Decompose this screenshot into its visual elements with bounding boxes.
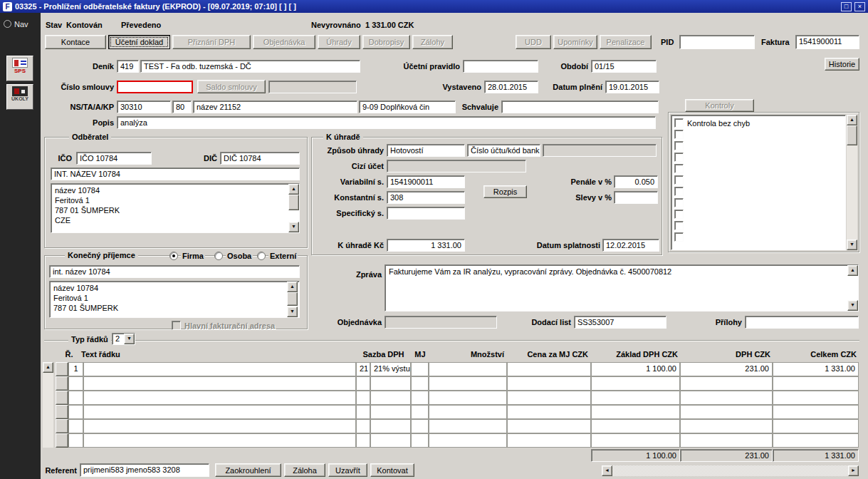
firma-radio[interactable] [169,252,178,260]
scroll-down-icon[interactable]: ▼ [847,240,857,250]
uzavrit-button[interactable]: Uzavřít [328,463,367,477]
schvaluje-field[interactable] [501,101,659,113]
datum-splatnosti-field[interactable]: 12.02.2015 [602,239,659,252]
prijemce-adresa-field[interactable]: název 10784 Feritová 1 787 01 ŠUMPERK [49,281,300,318]
close-button[interactable]: × [854,2,865,11]
kontroly-button[interactable]: Kontroly [685,99,754,112]
historie-button[interactable]: Historie [825,58,859,71]
popis-field[interactable]: analýza [117,116,656,129]
cell-sazba-kod[interactable]: 21 [356,362,370,376]
priznani-dph-button[interactable]: Přiznání DPH [172,35,251,49]
kontrola-checkbox[interactable] [674,175,684,185]
konstantni-field[interactable]: 308 [387,191,465,204]
ta-field[interactable]: 80 [172,101,192,113]
penalizace-button[interactable]: Penalizace [600,35,652,49]
zalohy-button[interactable]: Zálohy [412,35,453,49]
datum-plneni-field[interactable]: 19.01.2015 [605,81,659,93]
row-selector[interactable] [56,391,68,405]
scroll-thumb[interactable] [288,195,299,210]
a-field[interactable]: název 21152 [193,101,357,113]
cell-mnozstvi[interactable] [429,362,507,376]
slevy-field[interactable] [614,191,658,204]
dic-field[interactable]: DIČ 10784 [220,152,300,165]
denik-code-field[interactable]: 419 [117,60,139,73]
row-selector[interactable] [56,405,68,419]
cell-celkem[interactable]: 1 331.00 [773,362,859,376]
restore-button[interactable]: □ [841,2,852,11]
cell-dph[interactable]: 231.00 [680,362,773,376]
row-selector[interactable] [56,419,68,433]
penale-field[interactable]: 0.050 [614,175,658,188]
row-selector[interactable] [56,362,68,376]
scroll-thumb[interactable] [847,125,857,145]
prilohy-field[interactable] [745,316,859,329]
scroll-up-icon[interactable]: ▲ [288,184,299,195]
k-uhrade-kc-field[interactable]: 1 331.00 [387,239,465,252]
faktura-field[interactable]: 1541900011 [795,35,859,49]
referent-field[interactable]: prijmeni583 jmeno583 3208 [80,463,209,477]
zprava-field[interactable]: Fakturujeme Vám za IR analýzu, vypracová… [385,264,859,311]
dodaci-list-field[interactable]: SS353007 [574,316,666,329]
externi-radio[interactable] [257,252,266,260]
grid-scroll-up-icon[interactable]: ▲ [43,362,53,373]
cizi-ucet-field[interactable] [387,160,526,172]
cislo-uctu-field[interactable] [543,144,657,157]
scroll-down-icon[interactable]: ▼ [288,222,299,232]
vystaveno-field[interactable]: 28.01.2015 [484,81,538,93]
objednavka-field[interactable] [385,316,497,329]
scroll-down-icon[interactable]: ▼ [287,307,298,317]
saldo-smlouvy-field[interactable] [268,81,357,93]
variabilni-field[interactable]: 1541900011 [387,175,465,188]
scroll-down-icon[interactable]: ▼ [847,300,858,311]
odberatel-nazev-field[interactable]: INT. NÁZEV 10784 [51,168,300,180]
uhrady-button[interactable]: Úhrady [318,35,360,49]
nav-label[interactable]: Nav [14,20,28,29]
upominky-button[interactable]: Upomínky [553,35,597,49]
cell-zaklad[interactable]: 1 100.00 [591,362,680,376]
odberatel-adresa-field[interactable]: název 10784 Feritová 1 787 01 ŠUMPERK CZ… [51,183,300,233]
sps-button[interactable]: SPS [6,56,33,81]
scroll-up-icon[interactable]: ▲ [287,282,298,292]
zpusob-uhrady-field[interactable]: Hotovostí [387,144,465,157]
kontrola-checkbox[interactable] [674,153,684,162]
kontrola-checkbox[interactable] [674,164,684,173]
osoba-radio[interactable] [214,252,223,260]
prijemce-nazev-field[interactable]: int. název 10784 [49,265,300,278]
scroll-up-icon[interactable]: ▲ [847,115,857,125]
specificky-field[interactable] [387,207,465,220]
kontrola-checkbox[interactable] [674,141,684,150]
saldo-smlouvy-button[interactable]: Saldo smlouvy [197,80,266,93]
zaloha-button[interactable]: Záloha [284,463,325,477]
ukoly-button[interactable]: ÚKOLY [6,84,33,110]
pid-field[interactable] [679,35,755,49]
scroll-thumb[interactable] [287,292,298,306]
kontrola-checkbox[interactable] [674,232,684,242]
row-selector[interactable] [56,433,68,448]
kontrola-checkbox[interactable] [674,221,684,230]
cislo-smlouvy-field[interactable] [117,81,193,93]
cell-r[interactable]: 1 [68,362,83,376]
cell-mj[interactable] [411,362,429,376]
kontrola-checkbox[interactable] [674,130,684,139]
kontace-button[interactable]: Kontace [45,35,106,49]
kontrola-checkbox[interactable] [674,198,684,207]
udd-button[interactable]: UDD [516,35,551,49]
cell-text[interactable] [83,362,356,376]
kontrola-checkbox[interactable] [674,187,684,196]
row-selector[interactable] [56,376,68,391]
ico-field[interactable]: IČO 10784 [76,152,152,165]
zaokrouhleni-button[interactable]: Zaokrouhlení [215,463,281,477]
grid-scrollbar-track[interactable] [43,373,53,448]
obdobi-field[interactable]: 01/15 [591,60,657,73]
cell-cena[interactable] [507,362,591,376]
horizontal-scrollbar-track[interactable] [612,465,848,476]
ucetni-doklad-button[interactable]: Účetní doklad [108,35,170,49]
denik-name-field[interactable]: TEST - Fa odb. tuzemská - DČ [140,60,360,73]
ucetni-pravidlo-field[interactable] [463,60,538,73]
dobropisy-button[interactable]: Dobropisy [362,35,410,49]
rozpis-button[interactable]: Rozpis [483,185,527,198]
ns-field[interactable]: 30310 [117,101,171,113]
cell-sazba-nazev[interactable]: 21% výstup [370,362,411,376]
scroll-up-icon[interactable]: ▲ [847,265,858,276]
hlavni-adresa-checkbox[interactable] [172,321,181,330]
